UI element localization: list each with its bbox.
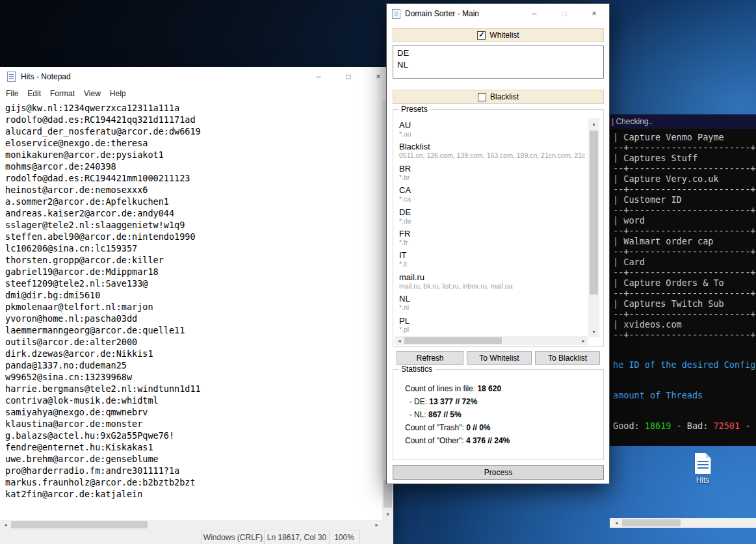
- preset-detail: *.au: [399, 130, 585, 138]
- scroll-left-icon[interactable]: ◂: [0, 520, 11, 530]
- console-titlebar[interactable]: | Checking..: [610, 114, 756, 129]
- whitelist-checkbox[interactable]: ✓: [477, 31, 486, 40]
- stat-label: - NL:: [405, 410, 428, 419]
- refresh-button[interactable]: Refresh: [397, 351, 463, 365]
- whitelist-item[interactable]: NL: [393, 59, 603, 71]
- bad-label: Bad:: [687, 421, 714, 431]
- presets-horizontal-scrollbar[interactable]: ◂ ▸: [395, 336, 588, 345]
- background-window-scrollbar[interactable]: ◂: [610, 518, 756, 528]
- statistics-groupbox: Statistics Count of lines in file: 18 62…: [393, 369, 604, 460]
- menu-item[interactable]: Edit: [23, 88, 46, 99]
- scrollbar-thumb[interactable]: [11, 521, 148, 528]
- menu-item[interactable]: File: [1, 88, 23, 99]
- notepad-icon: [7, 71, 16, 82]
- console-table-separator: --+-----------------------+----------: [613, 267, 756, 278]
- status-spacer: [359, 530, 393, 544]
- whitelist-label: Whitelist: [489, 31, 519, 40]
- text-line: g.balazs@actel.hu:9xG2a55Pqwe76!: [5, 430, 382, 441]
- whitelist-item[interactable]: DE: [393, 47, 603, 59]
- menu-item[interactable]: Format: [46, 88, 79, 99]
- scroll-right-icon[interactable]: ▸: [579, 336, 588, 345]
- maximize-button[interactable]: □: [333, 67, 363, 86]
- desktop-icon-hits[interactable]: Hits: [684, 453, 722, 485]
- console-table-separator: --+-----------------------+----------: [613, 205, 756, 215]
- console-prompt-threads: amount of Threads: [613, 390, 756, 400]
- text-line: outils@arcor.de:alter2000: [5, 336, 382, 348]
- close-button[interactable]: ×: [579, 4, 609, 23]
- scrollbar-thumb[interactable]: [590, 131, 598, 294]
- preset-item[interactable]: NL *.nl: [395, 292, 590, 313]
- sorter-titlebar[interactable]: Domain Sorter - Main – □ ×: [387, 4, 609, 23]
- notepad-horizontal-scrollbar[interactable]: ◂ ▸: [0, 520, 382, 530]
- text-line: dmi@dir.bg:dmi5610: [5, 289, 382, 301]
- blacklist-checkbox[interactable]: [478, 93, 486, 101]
- preset-item[interactable]: AU *.au: [395, 118, 590, 140]
- scroll-up-icon[interactable]: ▴: [588, 118, 599, 129]
- preset-item[interactable]: FR *.fr: [395, 227, 590, 248]
- whitelist-listbox[interactable]: DENL: [393, 45, 604, 79]
- preset-name: BR: [399, 164, 585, 174]
- scroll-down-icon[interactable]: ▾: [382, 509, 393, 520]
- text-line: lc106206@sina.cn:lc159357: [5, 242, 382, 254]
- console-table-separator: --+-----------------------+----------: [613, 246, 756, 257]
- presets-vertical-scrollbar[interactable]: ▴ ▾: [588, 118, 599, 337]
- preset-item[interactable]: Blacklist 0511.cn, 126.com, 139.com, 163…: [395, 140, 590, 161]
- scroll-left-icon[interactable]: ◂: [395, 336, 404, 345]
- statistics-label: Statistics: [398, 365, 435, 374]
- result-tail: -: [740, 421, 750, 431]
- menu-item[interactable]: Help: [105, 88, 131, 99]
- text-line: contriva@lok-musik.de:whidtml: [5, 395, 382, 406]
- good-label: Good:: [613, 421, 645, 431]
- desktop-icon-label: Hits: [684, 476, 722, 485]
- statistic-row: Count of "Other": 4 376 // 24%: [405, 436, 598, 449]
- console-output: | Capture Venmo Payme --+---------------…: [610, 129, 756, 446]
- text-line: mohms@arcor.de:240398: [5, 161, 382, 172]
- preset-item[interactable]: mail.ru mail.ru, bk.ru, list.ru, inbox.r…: [395, 270, 590, 292]
- notepad-text-area[interactable]: gijs@kw.nl:1234qwerzxca12311a111arodolfo…: [0, 101, 382, 520]
- stat-label: Count of "Other":: [405, 436, 466, 445]
- minimize-button[interactable]: –: [304, 67, 333, 86]
- text-line: dirk.dzewas@arcor.de:Nikkis1: [5, 348, 382, 359]
- text-file-icon: [695, 453, 711, 474]
- status-cursor-position: Ln 18617, Col 30: [264, 530, 329, 544]
- scrollbar-thumb[interactable]: [404, 337, 502, 344]
- preset-name: CA: [399, 185, 585, 195]
- console-table-row: | Capture Very.co.uk: [613, 174, 756, 184]
- preset-action-buttons: Refresh To Whitelist To Blacklist: [397, 351, 600, 365]
- good-count: 18619: [645, 421, 671, 431]
- text-line: monikakuren@arcor.de:pysiakot1: [5, 149, 382, 161]
- sorter-title: Domain Sorter - Main: [405, 9, 479, 18]
- statistics-rows: Count of lines in file: 18 620 - DE: 13 …: [393, 370, 603, 449]
- text-line: pkmolenaar@telfort.nl:marjon: [5, 301, 382, 313]
- whitelist-panel: ✓ Whitelist: [393, 28, 604, 42]
- scroll-right-icon[interactable]: ▸: [371, 520, 382, 530]
- console-table-separator: --+-----------------------+----------: [613, 184, 756, 194]
- menu-item[interactable]: View: [79, 88, 105, 99]
- scroll-left-icon[interactable]: ◂: [611, 518, 622, 528]
- preset-item[interactable]: BR *.br: [395, 162, 590, 183]
- notepad-title: Hits - Notepad: [21, 72, 71, 81]
- preset-item[interactable]: PL *.pl: [395, 314, 590, 335]
- scrollbar-thumb[interactable]: [622, 519, 681, 526]
- window-controls: – □ ×: [519, 4, 609, 23]
- to-whitelist-button[interactable]: To Whitelist: [467, 351, 532, 365]
- text-line: laemmermanngeorg@arcor.de:quelle11: [5, 324, 382, 336]
- maximize-button[interactable]: □: [549, 4, 579, 23]
- process-button[interactable]: Process: [393, 465, 604, 480]
- text-line: steef1209@tele2.nl:Save133@: [5, 278, 382, 289]
- preset-item[interactable]: DE *.de: [395, 205, 590, 227]
- scrollbar-thumb[interactable]: [384, 480, 392, 508]
- notepad-menubar: FileEditFormatViewHelp: [0, 86, 393, 101]
- preset-item[interactable]: CA *.ca: [395, 183, 590, 205]
- scroll-down-icon[interactable]: ▾: [588, 326, 599, 337]
- blacklist-label: Blacklist: [490, 92, 519, 101]
- minimize-button[interactable]: –: [519, 4, 549, 23]
- presets-list[interactable]: AU *.au Blacklist 0511.cn, 126.com, 139.…: [395, 118, 590, 337]
- to-blacklist-button[interactable]: To Blacklist: [535, 351, 600, 365]
- preset-name: NL: [399, 294, 585, 304]
- console-title-text: | Checking..: [612, 117, 653, 126]
- notepad-titlebar[interactable]: Hits - Notepad – □ ×: [0, 67, 393, 86]
- preset-item[interactable]: IT *.it: [395, 248, 590, 270]
- bad-count: 72501: [713, 421, 740, 431]
- scrollbar-corner: [382, 520, 393, 530]
